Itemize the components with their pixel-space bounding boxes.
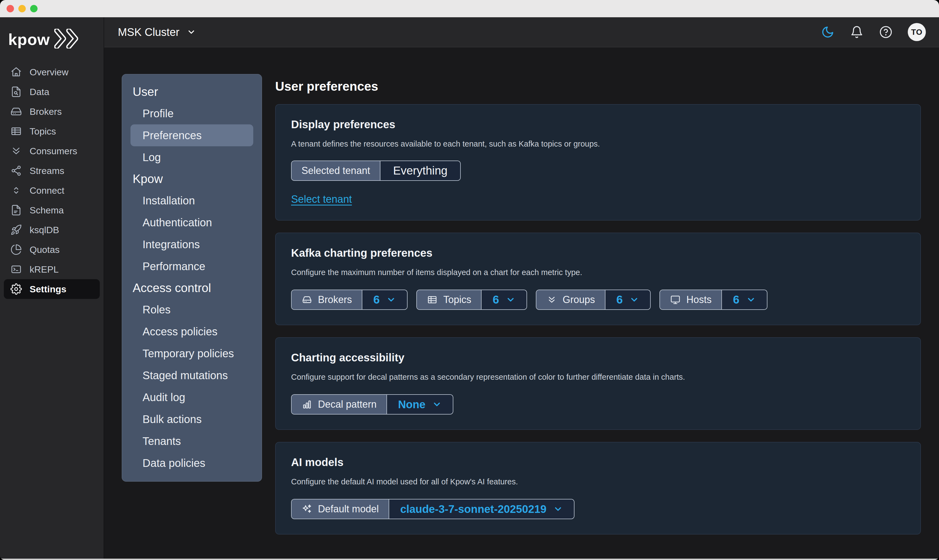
moon-icon — [821, 26, 834, 38]
settings-nav-preferences[interactable]: Preferences — [131, 125, 253, 146]
settings-nav-bulk-actions[interactable]: Bulk actions — [122, 408, 262, 430]
control-label: Brokers — [318, 294, 352, 306]
hard-drive-icon — [302, 294, 312, 305]
card-description: Configure the default AI model used for … — [291, 477, 905, 486]
decal-pattern-select[interactable]: Decal pattern None — [291, 394, 453, 414]
main-panel: User preferences Display preferences A t… — [275, 74, 921, 546]
settings-nav-audit-log[interactable]: Audit log — [122, 386, 262, 408]
unfold-icon — [11, 185, 22, 196]
settings-nav-tenants[interactable]: Tenants — [122, 430, 262, 452]
settings-nav-integrations[interactable]: Integrations — [122, 234, 262, 255]
control-value: 6 — [733, 293, 739, 306]
sidebar-item-schema[interactable]: Schema — [0, 200, 104, 220]
card-title: Charting accessibility — [291, 351, 905, 364]
sidebar-item-label: Schema — [29, 205, 64, 215]
user-avatar[interactable]: TO — [908, 23, 926, 41]
sidebar: kpow Overview Data — [0, 17, 104, 558]
traffic-lights — [6, 5, 37, 12]
settings-nav-installation[interactable]: Installation — [122, 189, 262, 211]
cluster-selector[interactable]: MSK Cluster — [118, 26, 196, 38]
settings-section-kpow: Kpow — [122, 168, 262, 189]
settings-nav-log[interactable]: Log — [122, 146, 262, 168]
sidebar-item-label: Consumers — [29, 146, 77, 157]
table-icon — [11, 126, 22, 137]
settings-section-access-control: Access control — [122, 277, 262, 298]
help-button[interactable] — [879, 25, 893, 39]
kpow-logo: kpow — [0, 17, 104, 60]
chevron-down-icon — [386, 295, 396, 305]
dark-mode-toggle[interactable] — [820, 25, 835, 39]
sparkles-icon — [302, 503, 312, 514]
tenant-scope-toggle: Selected tenant Everything — [291, 160, 461, 181]
groups-chart-limit-select[interactable]: Groups 6 — [536, 289, 651, 310]
notifications-button[interactable] — [850, 25, 864, 39]
sidebar-item-consumers[interactable]: Consumers — [0, 141, 104, 161]
chevron-down-icon — [553, 504, 563, 514]
settings-nav-temporary-policies[interactable]: Temporary policies — [122, 343, 262, 365]
settings-nav-panel: User Profile Preferences Log Kpow Instal… — [122, 74, 262, 482]
control-label: Hosts — [686, 294, 711, 306]
monitor-icon — [670, 294, 681, 305]
sidebar-item-label: Brokers — [29, 106, 62, 117]
default-model-select[interactable]: Default model claude-3-7-sonnet-20250219 — [291, 499, 574, 519]
select-tenant-link[interactable]: Select tenant — [291, 194, 352, 205]
settings-nav-profile[interactable]: Profile — [122, 103, 262, 125]
sidebar-nav: Overview Data Brokers Topics Consumers — [0, 60, 104, 299]
tenant-scope-selected-tenant-option[interactable]: Selected tenant — [292, 161, 380, 180]
settings-nav-staged-mutations[interactable]: Staged mutations — [122, 365, 262, 386]
file-text-icon — [11, 205, 22, 216]
charting-accessibility-card: Charting accessibility Configure support… — [275, 337, 921, 430]
sidebar-item-data[interactable]: Data — [0, 82, 104, 102]
sidebar-item-ksqldb[interactable]: ksqlDB — [0, 220, 104, 240]
kpow-logo-chevrons-icon — [54, 29, 82, 49]
sidebar-item-connect[interactable]: Connect — [0, 180, 104, 200]
card-title: AI models — [291, 456, 905, 469]
settings-nav-access-policies[interactable]: Access policies — [122, 320, 262, 343]
sidebar-item-krepl[interactable]: kREPL — [0, 260, 104, 279]
close-window-button[interactable] — [6, 5, 14, 12]
gear-icon — [11, 283, 22, 295]
brokers-chart-limit-select[interactable]: Brokers 6 — [291, 289, 408, 310]
tenant-scope-everything-option[interactable]: Everything — [380, 161, 460, 180]
sidebar-item-overview[interactable]: Overview — [0, 62, 104, 82]
pie-chart-icon — [11, 244, 22, 255]
card-title: Kafka charting preferences — [291, 247, 905, 259]
card-title: Display preferences — [291, 118, 905, 131]
control-value: 6 — [493, 293, 499, 306]
titlebar — [0, 0, 939, 17]
hard-drive-icon — [11, 106, 22, 117]
terminal-icon — [11, 263, 22, 275]
card-description: A tenant defines the resources available… — [291, 140, 905, 149]
settings-nav-performance[interactable]: Performance — [122, 255, 262, 277]
settings-section-user: User — [122, 81, 262, 103]
chevron-down-icon — [629, 295, 639, 305]
sidebar-item-brokers[interactable]: Brokers — [0, 102, 104, 122]
sidebar-item-settings[interactable]: Settings — [4, 279, 100, 299]
settings-nav-data-policies[interactable]: Data policies — [122, 452, 262, 474]
topics-chart-limit-select[interactable]: Topics 6 — [416, 289, 527, 310]
hosts-chart-limit-select[interactable]: Hosts 6 — [659, 289, 767, 310]
sidebar-item-quotas[interactable]: Quotas — [0, 240, 104, 260]
chevron-down-icon — [432, 400, 442, 409]
settings-nav-authentication[interactable]: Authentication — [122, 211, 262, 234]
display-preferences-card: Display preferences A tenant defines the… — [275, 104, 921, 220]
sidebar-item-streams[interactable]: Streams — [0, 161, 104, 180]
settings-nav-roles[interactable]: Roles — [122, 298, 262, 320]
sidebar-item-label: kREPL — [29, 264, 58, 275]
card-description: Configure support for decal patterns as … — [291, 372, 905, 382]
page-title: User preferences — [275, 79, 921, 94]
topbar: MSK Cluster TO — [104, 17, 939, 48]
zoom-window-button[interactable] — [30, 5, 37, 12]
control-label: Default model — [318, 503, 379, 515]
card-description: Configure the maximum number of items di… — [291, 268, 905, 277]
bar-chart-icon — [302, 399, 312, 410]
minimize-window-button[interactable] — [18, 5, 26, 12]
chevrons-down-icon — [11, 145, 22, 157]
kafka-charting-card: Kafka charting preferences Configure the… — [275, 232, 921, 325]
control-value: claude-3-7-sonnet-20250219 — [400, 503, 546, 515]
file-search-icon — [11, 86, 22, 97]
sidebar-item-label: ksqlDB — [29, 225, 59, 235]
sidebar-item-topics[interactable]: Topics — [0, 122, 104, 141]
cluster-selector-label: MSK Cluster — [118, 26, 180, 38]
rocket-icon — [11, 224, 22, 235]
